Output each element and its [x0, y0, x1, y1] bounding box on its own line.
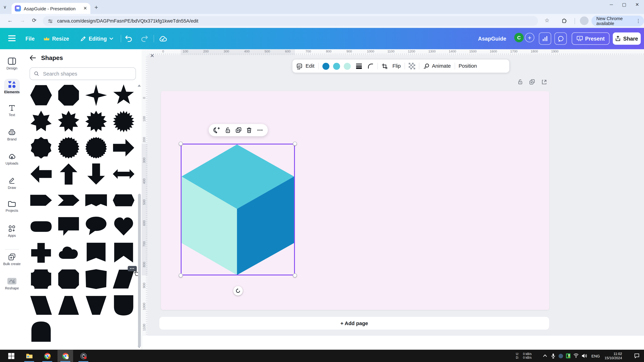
- resize-handle-sw[interactable]: [179, 273, 183, 277]
- shape-star-7[interactable]: [30, 110, 52, 133]
- editor-canvas[interactable]: 0100200300400500600700800900100011001200…: [142, 49, 644, 336]
- tray-color-icon[interactable]: [566, 354, 570, 358]
- add-page-button[interactable]: + Add page: [160, 317, 549, 330]
- wifi-icon[interactable]: [573, 354, 579, 358]
- shape-arch[interactable]: [30, 320, 52, 343]
- shape-cross[interactable]: [30, 241, 52, 264]
- shape-burst-12[interactable]: [84, 110, 108, 133]
- shape-plaque[interactable]: [30, 268, 52, 291]
- back-icon[interactable]: ←: [7, 17, 13, 23]
- shape-wave-rect[interactable]: [84, 268, 108, 291]
- browser-profile-avatar[interactable]: [580, 16, 588, 25]
- corner-rounding-icon[interactable]: [367, 63, 374, 69]
- shape-star-9[interactable]: [57, 110, 80, 133]
- sidebar-item-uploads[interactable]: Uploads: [0, 153, 24, 165]
- shape-star-5[interactable]: [112, 84, 135, 107]
- shape-hexagon-wide[interactable]: [112, 189, 135, 212]
- sidebar-item-apps[interactable]: Apps: [0, 225, 24, 238]
- animate-button[interactable]: Animate: [423, 63, 451, 69]
- shape-arrow-down[interactable]: [84, 162, 108, 185]
- shape-hexagon[interactable]: [30, 84, 52, 107]
- sidebar-item-design[interactable]: Design: [0, 57, 24, 70]
- comments-button[interactable]: [554, 32, 567, 44]
- shape-burst-20[interactable]: [112, 110, 135, 133]
- fill-color-1[interactable]: [322, 63, 329, 70]
- shape-arrow-right[interactable]: [112, 136, 135, 159]
- shape-ribbon-banner[interactable]: [84, 189, 108, 212]
- shape-trapezoid[interactable]: [57, 294, 80, 317]
- search-input[interactable]: [42, 70, 132, 77]
- start-button[interactable]: [3, 350, 19, 362]
- shape-arrow-chevron[interactable]: [57, 189, 80, 212]
- browser-tab[interactable]: AsapGuide - Presentation ✕: [12, 3, 90, 14]
- resize-handle-se[interactable]: [293, 273, 297, 277]
- shape-pill[interactable]: [30, 215, 52, 238]
- obs-studio-button[interactable]: [76, 350, 91, 362]
- language-indicator[interactable]: ENG: [592, 350, 600, 362]
- shape-flag-swallowtail[interactable]: [112, 241, 135, 264]
- shape-speech-bubble-round[interactable]: [84, 215, 108, 238]
- tray-expand-icon[interactable]: [543, 354, 547, 357]
- chrome-update-button[interactable]: New Chrome available ⋮: [592, 15, 644, 26]
- shape-arrow-left-right[interactable]: [112, 162, 135, 185]
- add-page-icon[interactable]: [541, 79, 547, 85]
- tab-search-icon[interactable]: ∨: [3, 4, 7, 10]
- border-weight-icon[interactable]: [356, 63, 362, 69]
- delete-icon[interactable]: [246, 127, 252, 133]
- shape-shield-round[interactable]: [112, 294, 135, 317]
- position-button[interactable]: Position: [459, 63, 477, 69]
- shape-search[interactable]: [30, 67, 136, 80]
- rotate-handle[interactable]: [233, 286, 243, 296]
- close-panel-icon[interactable]: ✕: [150, 52, 154, 58]
- sidebar-item-brand[interactable]: co Brand: [0, 128, 24, 141]
- duplicate-page-icon[interactable]: [529, 79, 535, 85]
- sidebar-item-reshape[interactable]: Reshape: [0, 278, 24, 290]
- new-tab-button[interactable]: +: [94, 4, 98, 11]
- panel-scrollbar[interactable]: [138, 83, 141, 347]
- lock-icon[interactable]: [224, 127, 231, 133]
- editing-mode-dropdown[interactable]: Editing: [80, 28, 114, 49]
- reload-icon[interactable]: ⟳: [32, 17, 36, 23]
- shape-cut-corner-rect[interactable]: [57, 268, 80, 291]
- volume-icon[interactable]: [582, 354, 587, 358]
- file-menu[interactable]: File: [26, 28, 35, 49]
- window-maximize-icon[interactable]: ▢: [622, 2, 626, 7]
- fill-color-3[interactable]: [344, 63, 350, 70]
- file-explorer-button[interactable]: [21, 350, 37, 362]
- shape-speech-bubble-square[interactable]: [57, 215, 80, 238]
- redo-icon[interactable]: [140, 35, 148, 42]
- lock-page-icon[interactable]: [517, 79, 523, 85]
- user-avatar[interactable]: C: [514, 33, 524, 42]
- url-bar[interactable]: canva.com/design/DAGPmFasnPE/bdVQtx371kf…: [43, 16, 538, 26]
- shape-arrow-up[interactable]: [57, 162, 80, 185]
- sidebar-item-projects[interactable]: Projects: [0, 201, 24, 213]
- fill-color-2[interactable]: [333, 63, 340, 70]
- shape-arrow-pentagon[interactable]: [30, 189, 52, 212]
- site-settings-icon[interactable]: [48, 18, 53, 23]
- browser-menu-icon[interactable]: ⋮: [636, 18, 641, 24]
- crop-icon[interactable]: [381, 63, 388, 69]
- resize-handle-ne[interactable]: [293, 142, 297, 146]
- share-button[interactable]: Share: [613, 32, 641, 44]
- shape-octagon[interactable]: [57, 84, 80, 107]
- shape-sawtooth-circle[interactable]: [84, 136, 108, 159]
- window-minimize-icon[interactable]: ─: [610, 2, 613, 7]
- chrome-profile2-button[interactable]: [58, 350, 73, 362]
- shape-parallelogram-left[interactable]: [30, 294, 52, 317]
- shape-cloud[interactable]: [57, 241, 80, 264]
- undo-icon[interactable]: [125, 35, 133, 42]
- window-close-icon[interactable]: ✕: [635, 2, 639, 7]
- flip-button[interactable]: Flip: [392, 63, 401, 69]
- shape-star-4[interactable]: [84, 84, 108, 107]
- microphone-icon[interactable]: [551, 354, 555, 359]
- shape-trapezoid-inverted[interactable]: [84, 294, 108, 317]
- tray-app-icon[interactable]: [558, 354, 563, 358]
- shape-badge-notch[interactable]: [84, 241, 108, 264]
- resize-button[interactable]: Resize: [44, 28, 69, 49]
- extensions-icon[interactable]: [561, 18, 567, 24]
- sidebar-item-text[interactable]: Text: [0, 104, 24, 117]
- shape-arrow-left[interactable]: [30, 162, 52, 185]
- duplicate-icon[interactable]: [235, 127, 242, 133]
- shape-scallop-10[interactable]: [30, 136, 52, 159]
- back-icon[interactable]: [30, 55, 36, 60]
